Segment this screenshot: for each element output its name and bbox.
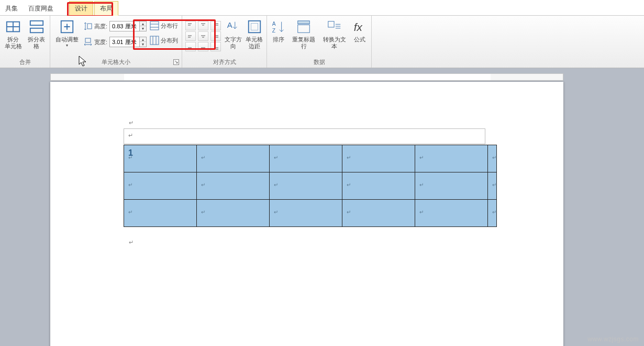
table-cell[interactable]: ↵ xyxy=(415,145,488,172)
tab-baidupan[interactable]: 百度网盘 xyxy=(23,2,59,15)
cell-paragraph-mark: ↵ xyxy=(128,132,133,139)
group-merge-title: 合并 xyxy=(3,58,47,68)
svg-rect-35 xyxy=(251,23,258,30)
align-tl[interactable] xyxy=(185,21,196,30)
convert-to-text-button[interactable]: 转换为文本 xyxy=(321,19,349,50)
table-cell[interactable]: ↵ xyxy=(342,200,415,227)
align-ml[interactable] xyxy=(185,31,196,41)
sort-button[interactable]: AZ 排序 xyxy=(270,19,287,43)
table-cell[interactable]: ↵ xyxy=(197,200,270,227)
distribute-cols-icon xyxy=(150,36,159,45)
repeat-header-button[interactable]: 重复标题行 xyxy=(290,19,318,50)
tab-toolset[interactable]: 具集 xyxy=(0,2,23,15)
table-cell[interactable]: ↵ xyxy=(415,200,488,227)
watermark-text: www.wzjsgs.com xyxy=(587,336,639,343)
svg-text:Z: Z xyxy=(272,28,275,34)
tab-layout[interactable]: 布局 xyxy=(94,1,118,16)
document-area: ↵ ↵ 1↵ ↵ ↵ ↵ ↵ ↵ ↵ ↵ ↵ ↵ ↵ ↵ ↵ xyxy=(0,68,644,346)
align-tc[interactable] xyxy=(198,21,208,30)
group-merge: 拆分 单元格 拆分表格 合并 xyxy=(0,16,50,68)
svg-rect-14 xyxy=(187,22,194,29)
width-spinner[interactable]: ▲▼ xyxy=(109,37,147,47)
table-cell[interactable]: ↵ xyxy=(342,145,415,172)
align-bc[interactable] xyxy=(198,42,208,51)
svg-rect-6 xyxy=(87,24,92,29)
svg-rect-11 xyxy=(150,36,159,45)
page[interactable]: ↵ ↵ 1↵ ↵ ↵ ↵ ↵ ↵ ↵ ↵ ↵ ↵ ↵ ↵ ↵ xyxy=(50,82,563,346)
svg-rect-38 xyxy=(298,21,310,24)
table-cell[interactable]: ↵ xyxy=(270,172,342,200)
table-cell[interactable]: ↵ xyxy=(197,172,270,200)
svg-rect-40 xyxy=(328,21,334,27)
dropdown-indicator-icon: ▾ xyxy=(53,43,81,48)
group-alignment: A 文字方向 单元格 边距 对齐方式 xyxy=(182,16,267,68)
height-up[interactable]: ▲ xyxy=(140,21,146,26)
text-direction-button[interactable]: A 文字方向 xyxy=(224,19,242,50)
table-cell[interactable]: ↵ xyxy=(270,145,342,172)
selected-table[interactable]: 1↵ ↵ ↵ ↵ ↵ ↵ ↵ ↵ ↵ ↵ ↵ ↵ ↵ ↵ ↵ ↵ ↵ ↵ xyxy=(124,145,497,227)
table-cell[interactable]: ↵ xyxy=(342,172,415,200)
table-row[interactable]: ↵ ↵ ↵ ↵ ↵ ↵ xyxy=(124,172,497,200)
convert-to-text-icon xyxy=(327,19,342,35)
table-row[interactable]: ↵ ↵ ↵ ↵ ↵ ↵ xyxy=(124,200,497,227)
svg-text:A: A xyxy=(227,20,232,29)
svg-rect-7 xyxy=(85,38,91,42)
height-label: 高度: xyxy=(94,23,107,30)
width-label: 宽度: xyxy=(94,38,107,46)
width-input[interactable] xyxy=(110,38,139,46)
split-table-button[interactable]: 拆分表格 xyxy=(27,19,47,50)
cell-margins-button[interactable]: 单元格 边距 xyxy=(246,19,264,50)
svg-rect-4 xyxy=(30,28,43,33)
end-of-row-mark: ↵ xyxy=(488,200,497,227)
tab-design[interactable]: 设计 xyxy=(69,1,93,15)
distribute-cols-label: 分布列 xyxy=(161,37,178,45)
formula-icon: fx xyxy=(352,19,368,35)
autofit-button[interactable]: 自动调整 ▾ xyxy=(53,19,81,48)
height-input[interactable] xyxy=(110,22,139,30)
repeat-header-label: 重复标题行 xyxy=(292,36,315,49)
col-width-icon xyxy=(84,38,92,46)
paragraph-mark: ↵ xyxy=(129,239,134,246)
split-table-label: 拆分表格 xyxy=(28,36,45,49)
align-mr[interactable] xyxy=(210,31,221,41)
width-down[interactable]: ▼ xyxy=(140,42,146,47)
ribbon-tab-strip: 具集 百度网盘 设计 布局 xyxy=(0,0,644,16)
convert-to-text-label: 转换为文本 xyxy=(323,36,346,49)
svg-rect-34 xyxy=(249,21,261,33)
table-row[interactable]: 1↵ ↵ ↵ ↵ ↵ ↵ xyxy=(124,145,497,172)
table-cell[interactable]: ↵ xyxy=(124,200,197,227)
height-down[interactable]: ▼ xyxy=(140,26,146,31)
group-alignment-title: 对齐方式 xyxy=(185,58,263,68)
text-direction-icon: A xyxy=(225,19,241,35)
cell-margins-icon xyxy=(247,19,262,35)
formula-label: 公式 xyxy=(354,36,365,42)
split-cells-label: 拆分 单元格 xyxy=(5,36,22,49)
distribute-rows-label: 分布行 xyxy=(161,22,178,30)
table-header-row-empty[interactable]: ↵ xyxy=(124,128,485,144)
width-up[interactable]: ▲ xyxy=(140,37,146,42)
align-bl[interactable] xyxy=(185,42,196,51)
table-cell[interactable]: ↵ xyxy=(270,200,342,227)
table-cell[interactable]: ↵ xyxy=(197,145,270,172)
group-cell-size-title-text: 单元格大小 xyxy=(102,59,130,65)
distribute-rows-icon xyxy=(150,21,159,30)
height-spinner[interactable]: ▲▼ xyxy=(109,21,147,31)
distribute-cols-button[interactable]: 分布列 xyxy=(150,36,178,45)
table-cell[interactable]: ↵ xyxy=(124,172,197,200)
ribbon: 拆分 单元格 拆分表格 合并 自动调整 ▾ 高度: xyxy=(0,16,644,68)
split-cells-button[interactable]: 拆分 单元格 xyxy=(3,19,24,50)
cell-margins-label: 单元格 边距 xyxy=(246,36,263,49)
group-cell-size-title: 单元格大小 ↘ xyxy=(53,58,179,68)
align-mc[interactable] xyxy=(198,31,208,41)
alignment-grid xyxy=(185,19,221,51)
split-cells-icon xyxy=(5,19,21,35)
distribute-rows-button[interactable]: 分布行 xyxy=(150,21,178,30)
cell-size-dialog-launcher[interactable]: ↘ xyxy=(173,59,179,65)
table-cell[interactable]: ↵ xyxy=(415,172,488,200)
align-tr[interactable] xyxy=(210,21,221,30)
align-br[interactable] xyxy=(210,42,221,51)
formula-button[interactable]: fx 公式 xyxy=(351,19,368,43)
horizontal-ruler[interactable] xyxy=(50,73,563,81)
table-cell[interactable]: 1↵ xyxy=(124,145,197,172)
group-cell-size: 自动调整 ▾ 高度: ▲▼ 宽度: ▲▼ xyxy=(50,16,182,68)
